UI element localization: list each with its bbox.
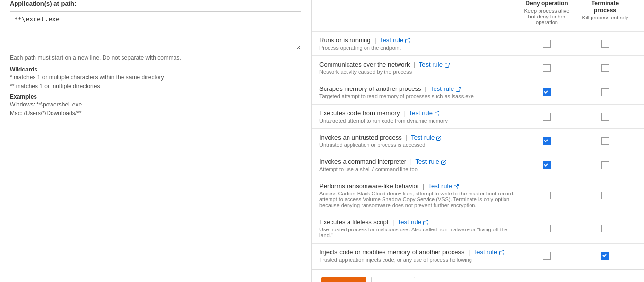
rule-desc: Process operating on the endpoint [319, 45, 518, 51]
rule-checkboxes [518, 161, 634, 169]
test-rule-link[interactable]: Test rule [416, 158, 439, 165]
test-rule-link[interactable]: Test rule [398, 218, 421, 226]
col-header-terminate-label: Terminate process [581, 0, 629, 14]
col-header-terminate: Terminate process Kill process entirely [576, 0, 634, 25]
external-link-icon [453, 184, 459, 190]
col-header-deny: Deny operation Keep process alive but de… [518, 0, 576, 25]
examples-title: Examples [10, 93, 301, 100]
rule-row: Performs ransomware-like behavior | Test… [312, 177, 644, 213]
rule-desc: Untargeted attempt to run code from dyna… [319, 118, 518, 123]
checkbox-cell-terminate [576, 64, 634, 72]
checkbox-terminate[interactable] [601, 113, 609, 121]
external-link-icon [444, 62, 450, 68]
checkbox-terminate[interactable] [601, 40, 609, 48]
wildcards-section: Wildcards * matches 1 or multiple charac… [10, 66, 301, 118]
checkbox-terminate[interactable] [601, 192, 609, 199]
external-link-icon [499, 250, 505, 256]
test-rule-link[interactable]: Test rule [473, 248, 497, 256]
path-textarea[interactable] [10, 11, 301, 50]
path-hint: Each path must start on a new line. Do n… [10, 54, 301, 61]
checkbox-terminate[interactable] [601, 252, 609, 260]
checkbox-terminate[interactable] [601, 137, 609, 145]
test-rule-link[interactable]: Test rule [419, 61, 443, 68]
rule-name: Executes code from memory | Test rule [319, 109, 518, 117]
rule-name: Scrapes memory of another process | Test… [319, 85, 518, 92]
rules-container: Runs or is running | Test ruleProcess op… [312, 31, 644, 267]
rule-desc: Use trusted process for malicious use. A… [319, 227, 518, 238]
test-rule-link[interactable]: Test rule [380, 36, 403, 44]
path-label: Application(s) at path: [10, 0, 301, 7]
column-headers: Deny operation Keep process alive but de… [312, 0, 644, 31]
checkbox-cell-terminate [576, 113, 634, 121]
svg-line-7 [425, 220, 428, 223]
checkbox-cell-deny [518, 88, 576, 96]
external-link-icon [441, 159, 447, 165]
checkbox-deny[interactable] [543, 113, 551, 121]
checkbox-cell-terminate [576, 225, 634, 232]
svg-line-4 [438, 136, 441, 139]
checkbox-cell-deny [518, 161, 576, 169]
checkbox-deny[interactable] [543, 40, 551, 48]
rule-checkboxes [518, 137, 634, 145]
checkbox-cell-terminate [576, 192, 634, 199]
test-rule-link[interactable]: Test rule [409, 109, 433, 117]
checkbox-cell-terminate [576, 40, 634, 48]
checkbox-deny[interactable] [543, 88, 551, 96]
checkbox-deny[interactable] [543, 161, 551, 169]
external-link-icon [405, 38, 411, 44]
checkbox-cell-terminate [576, 252, 634, 260]
checkbox-cell-deny [518, 252, 576, 260]
checkbox-terminate[interactable] [601, 64, 609, 72]
checkbox-deny[interactable] [543, 192, 551, 199]
rule-info: Scrapes memory of another process | Test… [319, 85, 518, 99]
rule-info: Performs ransomware-like behavior | Test… [319, 182, 518, 208]
test-rule-link[interactable]: Test rule [430, 85, 454, 92]
rule-name: Invokes an untrusted process | Test rule [319, 134, 518, 141]
rule-checkboxes [518, 252, 634, 260]
checkbox-cell-terminate [576, 137, 634, 145]
svg-line-2 [458, 87, 461, 90]
rule-info: Communicates over the network | Test rul… [319, 61, 518, 75]
col-header-deny-label: Deny operation [522, 0, 571, 7]
example-line-1: Windows: **\powershell.exe [10, 100, 301, 109]
checkbox-cell-terminate [576, 161, 634, 169]
checkbox-terminate[interactable] [601, 225, 609, 232]
col-header-deny-sub: Keep process alive but deny further oper… [522, 8, 571, 25]
checkbox-cell-terminate [576, 88, 634, 96]
rule-info: Invokes an untrusted process | Test rule… [319, 134, 518, 148]
test-rule-link[interactable]: Test rule [411, 134, 435, 141]
external-link-icon [423, 220, 429, 226]
checkbox-cell-deny [518, 64, 576, 72]
confirm-button[interactable]: Confirm [321, 277, 366, 282]
external-link-icon [434, 111, 440, 117]
svg-line-5 [443, 160, 446, 163]
rule-name: Runs or is running | Test rule [319, 36, 518, 44]
checkbox-deny[interactable] [543, 225, 551, 232]
rule-checkboxes [518, 113, 634, 121]
wildcard-line-1: * matches 1 or multiple characters withi… [10, 73, 301, 82]
test-rule-link[interactable]: Test rule [428, 182, 452, 190]
checkbox-cell-deny [518, 40, 576, 48]
checkbox-cell-deny [518, 137, 576, 145]
checkbox-deny[interactable] [543, 64, 551, 72]
rule-row: Scrapes memory of another process | Test… [312, 80, 644, 104]
checkbox-deny[interactable] [543, 137, 551, 145]
checkbox-cell-deny [518, 113, 576, 121]
wildcards-title: Wildcards [10, 66, 301, 73]
right-panel: Deny operation Keep process alive but de… [311, 0, 644, 282]
checkbox-terminate[interactable] [601, 161, 609, 169]
checkbox-terminate[interactable] [601, 88, 609, 96]
rule-name: Communicates over the network | Test rul… [319, 61, 518, 68]
svg-line-1 [447, 63, 450, 66]
rule-desc: Access Carbon Black Cloud decoy files, a… [319, 191, 518, 208]
rule-desc: Trusted application injects code, or any… [319, 257, 518, 263]
external-link-icon [436, 135, 442, 141]
svg-line-3 [436, 111, 439, 114]
col-header-terminate-sub: Kill process entirely [581, 15, 629, 20]
cancel-button[interactable]: Cancel [371, 277, 415, 282]
rule-row: Invokes an untrusted process | Test rule… [312, 128, 644, 153]
rule-checkboxes [518, 64, 634, 72]
rule-info: Executes a fileless script | Test ruleUs… [319, 218, 518, 238]
checkbox-deny[interactable] [543, 252, 551, 260]
rule-name: Executes a fileless script | Test rule [319, 218, 518, 226]
